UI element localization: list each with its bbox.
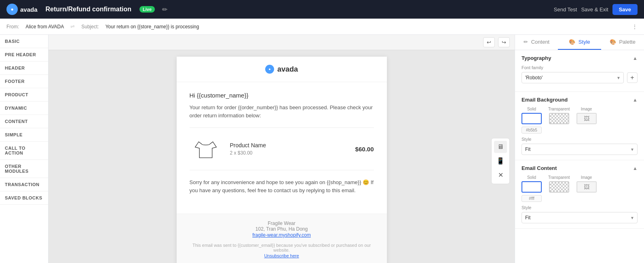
email-background-chevron: ▲ bbox=[633, 97, 638, 103]
email-content-chevron: ▲ bbox=[633, 165, 638, 171]
content-solid-swatch[interactable]: Solid #fff bbox=[522, 175, 542, 202]
from-label: From: bbox=[6, 24, 19, 30]
product-qty: 2 x $30.00 bbox=[230, 150, 347, 156]
email-logo: ● avada bbox=[185, 65, 379, 74]
redo-button[interactable]: ↪ bbox=[498, 37, 510, 47]
sidebar-item-pre-header[interactable]: PRE HEADER bbox=[0, 48, 48, 62]
add-font-button[interactable]: + bbox=[627, 72, 638, 83]
content-tab-icon: ✏ bbox=[524, 39, 528, 45]
content-image-swatch[interactable]: Image 🖼 bbox=[576, 175, 597, 193]
product-price: $60.00 bbox=[355, 146, 374, 153]
tab-style[interactable]: 🎨 Style bbox=[558, 35, 601, 50]
typography-section: Typography ▲ Font family 'Roboto' 'Arial… bbox=[515, 50, 644, 92]
image-label: Image bbox=[581, 107, 592, 111]
left-sidebar: BASIC PRE HEADER HEADER FOOTER PRODUCT D… bbox=[0, 35, 49, 263]
font-family-select-wrapper: 'Roboto' 'Arial' 'Helvetica' ▼ bbox=[522, 72, 624, 83]
solid-color-box[interactable] bbox=[522, 113, 542, 124]
email-content-header[interactable]: Email Content ▲ bbox=[522, 165, 638, 171]
subbar: From: Alice from AVADA ⇌ Subject: Your r… bbox=[0, 19, 644, 35]
image-box[interactable]: 🖼 bbox=[576, 113, 597, 124]
typography-chevron: ▲ bbox=[633, 55, 638, 61]
solid-color-value: #b5b5 bbox=[522, 127, 542, 134]
logo-icon: ● bbox=[6, 4, 18, 15]
footer-disclaimer: This email was sent to {{customer_email}… bbox=[190, 243, 374, 252]
panel-tabs: ✏ Content 🎨 Style 🎨 Palette bbox=[515, 35, 644, 50]
save-button[interactable]: Save bbox=[612, 4, 638, 15]
sidebar-item-saved-blocks[interactable]: SAVED BLOCKS bbox=[0, 191, 48, 205]
sidebar-item-footer[interactable]: FOOTER bbox=[0, 75, 48, 88]
sidebar-item-content[interactable]: CONTENT bbox=[0, 115, 48, 128]
tab-content[interactable]: ✏ Content bbox=[515, 35, 558, 50]
live-badge: Live bbox=[139, 6, 155, 13]
typography-title: Typography bbox=[522, 55, 551, 61]
solid-swatch[interactable]: Solid #b5b5 bbox=[522, 107, 542, 134]
sidebar-item-basic[interactable]: BASIC bbox=[0, 35, 48, 48]
email-content-swatches: Solid #fff Transparent Image 🖼 bbox=[522, 175, 638, 202]
canvas-content: ● avada Hi {{customer_name}} Your return… bbox=[49, 50, 515, 263]
content-image-box[interactable]: 🖼 bbox=[576, 181, 597, 193]
product-row: Product Name 2 x $30.00 $60.00 bbox=[190, 127, 374, 170]
image-swatch[interactable]: Image 🖼 bbox=[576, 107, 597, 124]
topbar-actions: Send Test Save & Exit Save bbox=[554, 4, 638, 15]
font-family-label: Font family bbox=[522, 65, 638, 70]
content-style-select[interactable]: Fit Fill Tile bbox=[522, 212, 638, 223]
canvas-toolbar: ↩ ↪ bbox=[49, 35, 515, 50]
send-test-link[interactable]: Send Test bbox=[554, 6, 577, 13]
main-layout: BASIC PRE HEADER HEADER FOOTER PRODUCT D… bbox=[0, 35, 644, 263]
device-toolbar: 🖥 📱 ✕ bbox=[491, 138, 510, 184]
transparent-box[interactable] bbox=[549, 113, 569, 124]
email-header: ● avada bbox=[177, 57, 387, 82]
content-transparent-label: Transparent bbox=[548, 175, 570, 180]
logo: ● avada bbox=[6, 4, 38, 15]
undo-button[interactable]: ↩ bbox=[483, 37, 495, 47]
footer-unsubscribe[interactable]: Unsubscribe here bbox=[264, 253, 299, 258]
email-body: Hi {{customer_name}} Your return for ord… bbox=[177, 82, 387, 214]
transparent-swatch[interactable]: Transparent bbox=[548, 107, 570, 124]
email-content-title: Email Content bbox=[522, 165, 557, 171]
content-color-value: #fff bbox=[522, 195, 542, 202]
page-title: Return/Refund confirmation bbox=[46, 6, 131, 13]
sidebar-item-simple[interactable]: SIMPLE bbox=[0, 128, 48, 142]
desktop-view-button[interactable]: 🖥 bbox=[494, 141, 507, 153]
email-preview: ● avada Hi {{customer_name}} Your return… bbox=[177, 57, 387, 263]
product-name: Product Name bbox=[230, 142, 347, 148]
logo-text: avada bbox=[20, 6, 38, 13]
font-family-select[interactable]: 'Roboto' 'Arial' 'Helvetica' bbox=[522, 72, 624, 83]
palette-tab-label: Palette bbox=[619, 39, 635, 45]
content-solid-box[interactable] bbox=[522, 181, 542, 193]
sidebar-item-other-modules[interactable]: OTHER MODULES bbox=[0, 160, 48, 178]
canvas-area: ↩ ↪ ● avada Hi {{customer_name}} Your re… bbox=[49, 35, 515, 263]
settings-icon[interactable]: ⋮ bbox=[632, 23, 638, 30]
sidebar-item-transaction[interactable]: TRANSACTION bbox=[0, 178, 48, 191]
footer-website[interactable]: fragile-wear.myshopify.com bbox=[252, 232, 311, 238]
sidebar-item-dynamic[interactable]: DYNAMIC bbox=[0, 102, 48, 115]
sidebar-item-header[interactable]: HEADER bbox=[0, 62, 48, 75]
bg-style-select[interactable]: Fit Fill Tile bbox=[522, 144, 638, 155]
email-content-section: Email Content ▲ Solid #fff Transparent I… bbox=[515, 160, 644, 229]
from-value: Alice from AVADA bbox=[25, 24, 64, 30]
font-family-row: 'Roboto' 'Arial' 'Helvetica' ▼ + bbox=[522, 72, 638, 83]
email-logo-text: avada bbox=[277, 65, 298, 74]
email-body-text: Your return for order {{order_number}} h… bbox=[190, 104, 374, 119]
content-style-select-wrapper: Fit Fill Tile ▼ bbox=[522, 212, 638, 223]
topbar: ● avada Return/Refund confirmation Live … bbox=[0, 0, 644, 19]
email-logo-icon: ● bbox=[265, 65, 274, 74]
bg-style-select-wrapper: Fit Fill Tile ▼ bbox=[522, 144, 638, 155]
content-transparent-box[interactable] bbox=[549, 181, 569, 193]
content-transparent-swatch[interactable]: Transparent bbox=[548, 175, 570, 193]
email-background-header[interactable]: Email Background ▲ bbox=[522, 97, 638, 103]
typography-header[interactable]: Typography ▲ bbox=[522, 55, 638, 61]
tab-palette[interactable]: 🎨 Palette bbox=[601, 35, 644, 50]
palette-tab-icon: 🎨 bbox=[610, 39, 616, 45]
save-exit-link[interactable]: Save & Exit bbox=[581, 6, 608, 13]
mobile-view-button[interactable]: 📱 bbox=[494, 155, 507, 167]
close-preview-button[interactable]: ✕ bbox=[494, 169, 507, 181]
edit-icon[interactable]: ✏ bbox=[162, 6, 167, 13]
style-tab-icon: 🎨 bbox=[569, 39, 575, 45]
subject-label: Subject: bbox=[81, 24, 99, 30]
sidebar-item-product[interactable]: PRODUCT bbox=[0, 88, 48, 102]
solid-label: Solid bbox=[527, 107, 536, 111]
product-image bbox=[190, 133, 222, 165]
content-style-label: Style bbox=[522, 205, 638, 210]
sidebar-item-call-to-action[interactable]: CALL TO ACTION bbox=[0, 142, 48, 160]
